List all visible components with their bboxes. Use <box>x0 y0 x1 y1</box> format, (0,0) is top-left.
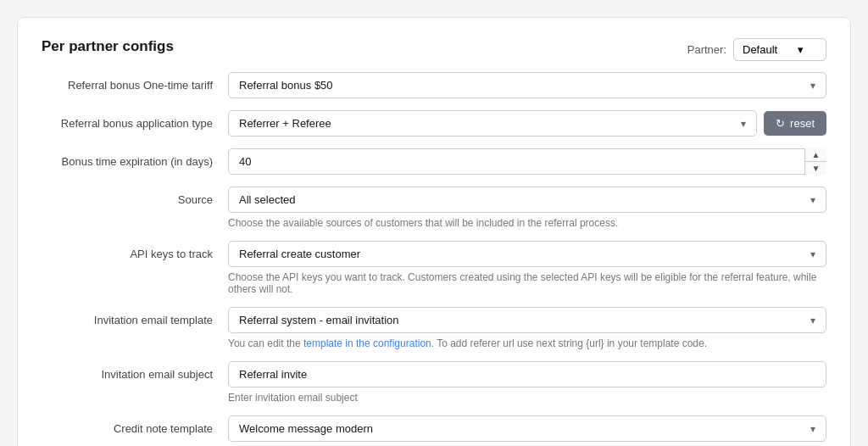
invitation-template-select[interactable]: Referral system - email invitation ▾ <box>228 307 826 333</box>
invitation-template-chevron: ▾ <box>810 315 815 326</box>
invitation-template-hint: You can edit the template in the configu… <box>228 337 826 349</box>
reset-button[interactable]: ↻ reset <box>764 111 826 136</box>
reset-icon: ↻ <box>776 117 785 130</box>
api-keys-content: Referral create customer ▾ Choose the AP… <box>228 241 826 295</box>
partner-value: Default <box>743 43 777 56</box>
credit-note-template-content: Welcome message modern ▾ You can edit th… <box>228 415 826 446</box>
referral-bonus-tariff-value: Referral bonus $50 <box>239 79 333 92</box>
invitation-template-hint-link[interactable]: template in the configuration <box>303 337 431 349</box>
bonus-time-expiration-wrap: ▲ ▼ <box>228 148 826 175</box>
api-keys-value: Referral create customer <box>239 248 360 260</box>
bonus-time-expiration-content: ▲ ▼ <box>228 148 826 175</box>
invitation-subject-content: Enter invitation email subject <box>228 361 826 404</box>
referral-bonus-application-content: Referrer + Referee ▾ ↻ reset <box>228 110 826 137</box>
source-row: Source All selected ▾ Choose the availab… <box>42 187 826 229</box>
partner-chevron-icon: ▾ <box>798 43 804 56</box>
invitation-template-hint-suffix: . To add referer url use next string {ur… <box>431 337 707 349</box>
source-chevron: ▾ <box>810 194 815 206</box>
credit-note-template-select[interactable]: Welcome message modern ▾ <box>228 415 826 442</box>
referral-bonus-application-group: Referrer + Referee ▾ ↻ reset <box>228 110 826 137</box>
referral-bonus-application-row: Referral bonus application type Referrer… <box>42 110 826 137</box>
invitation-template-label: Invitation email template <box>42 307 228 326</box>
partner-dropdown[interactable]: Default ▾ <box>733 38 826 61</box>
api-keys-chevron: ▾ <box>810 248 815 260</box>
invitation-subject-row: Invitation email subject Enter invitatio… <box>42 361 826 404</box>
referral-bonus-application-label: Referral bonus application type <box>42 110 228 130</box>
spinner-down[interactable]: ▼ <box>805 162 826 175</box>
referral-bonus-tariff-label: Referral bonus One-time tariff <box>42 72 228 92</box>
api-keys-hint: Choose the API keys you want to track. C… <box>228 271 826 295</box>
invitation-subject-label: Invitation email subject <box>42 361 228 381</box>
partner-selector: Partner: Default ▾ <box>687 38 826 61</box>
referral-bonus-tariff-row: Referral bonus One-time tariff Referral … <box>42 72 826 98</box>
source-label: Source <box>42 187 228 206</box>
invitation-template-content: Referral system - email invitation ▾ You… <box>228 307 826 349</box>
invitation-subject-input[interactable] <box>228 361 826 387</box>
source-value: All selected <box>239 193 295 206</box>
referral-bonus-tariff-content: Referral bonus $50 ▾ <box>228 72 826 98</box>
bonus-time-expiration-label: Bonus time expiration (in days) <box>42 148 228 168</box>
api-keys-label: API keys to track <box>42 241 228 260</box>
source-select[interactable]: All selected ▾ <box>228 187 826 213</box>
reset-label: reset <box>790 117 815 130</box>
referral-bonus-application-value: Referrer + Referee <box>239 117 331 130</box>
bonus-time-expiration-input[interactable] <box>228 148 826 175</box>
main-card: Per partner configs Partner: Default ▾ R… <box>17 17 851 446</box>
api-keys-row: API keys to track Referral create custom… <box>42 241 826 295</box>
invitation-template-hint-prefix: You can edit the <box>228 337 303 349</box>
credit-note-template-chevron: ▾ <box>810 423 815 435</box>
bonus-time-expiration-row: Bonus time expiration (in days) ▲ ▼ <box>42 148 826 175</box>
number-spinners: ▲ ▼ <box>804 148 826 175</box>
referral-bonus-tariff-chevron: ▾ <box>810 80 815 92</box>
referral-bonus-application-chevron: ▾ <box>741 118 746 130</box>
spinner-up[interactable]: ▲ <box>805 148 826 162</box>
referral-bonus-application-select[interactable]: Referrer + Referee ▾ <box>228 110 757 137</box>
api-keys-select[interactable]: Referral create customer ▾ <box>228 241 826 267</box>
credit-note-template-value: Welcome message modern <box>239 422 373 435</box>
referral-bonus-tariff-select[interactable]: Referral bonus $50 ▾ <box>228 72 826 98</box>
invitation-template-value: Referral system - email invitation <box>239 314 399 326</box>
source-content: All selected ▾ Choose the available sour… <box>228 187 826 229</box>
invitation-template-row: Invitation email template Referral syste… <box>42 307 826 349</box>
invitation-subject-hint: Enter invitation email subject <box>228 392 826 404</box>
credit-note-template-label: Credit note template <box>42 415 228 435</box>
partner-label: Partner: <box>687 43 726 56</box>
credit-note-template-row: Credit note template Welcome message mod… <box>42 415 826 446</box>
source-hint: Choose the available sources of customer… <box>228 217 826 229</box>
